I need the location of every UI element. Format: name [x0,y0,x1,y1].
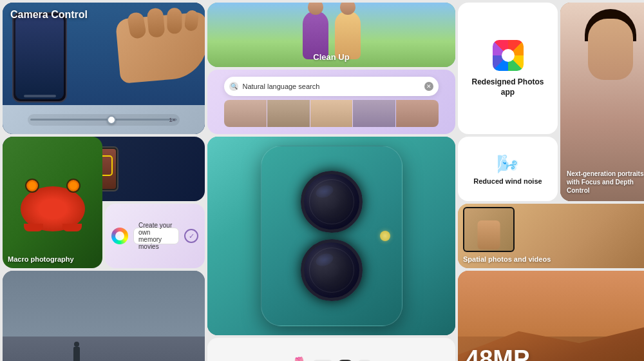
lens-magnification-row: 🌷 0.5× 1x 2x [290,356,372,362]
memory-input[interactable]: Create your own memory movies [133,228,179,244]
memory-cell: Create your own memory movies ✓ [105,204,205,268]
portraits-label: Next-generation portraits with Focus and… [567,170,644,195]
memory-check-icon: ✓ [184,229,198,243]
camera-control-title: Camera Control [10,9,88,21]
fusion-mp: 48MP [466,347,556,361]
spatial-cell: Spatial photos and videos [458,204,644,268]
natural-search-bar[interactable]: 🔍 Natural language search ✕ [224,77,438,96]
wind-icon: 🌬️ [497,153,519,175]
tulip-icon: 🌷 [290,356,308,362]
redesigned-photos-cell: Redesigned Photos app [458,3,558,134]
macro-label: Macro photography [8,255,74,263]
ultrawide-cell: New Ultra Wide with autofocus [3,271,205,361]
four-lenses-cell: 🌷 0.5× 1x 2x Four lenses in your pocket [207,338,455,361]
wind-noise-cell: 🌬️ Reduced wind noise [458,137,558,201]
portraits-cell: Next-generation portraits with Focus and… [560,3,644,201]
main-camera-cell [207,137,455,335]
fusion-camera-cell: 48MP Fusion camera with 2x Telephoto 智东西… [458,271,644,361]
camera-control-cell: Camera Control 1× [3,3,205,134]
spatial-label: Spatial photos and videos [463,255,551,263]
clean-up-cell: Clean Up [207,3,455,67]
clean-up-label: Clean Up [313,52,349,62]
natural-search-cell: 🔍 Natural language search ✕ [207,70,455,134]
redesigned-label: Redesigned Photos app [464,77,551,97]
ultrawide-scene [3,271,205,361]
photos-app-icon [491,39,525,72]
memory-siri-icon [111,228,128,244]
search-text: Natural language search [242,83,420,90]
wind-label: Reduced wind noise [473,177,542,185]
spatial-screen [463,207,515,252]
macro-cell: Macro photography [3,137,102,268]
